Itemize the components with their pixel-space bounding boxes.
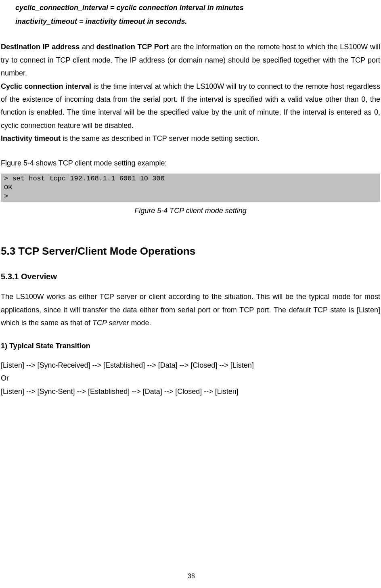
cyclic-bold: Cyclic connection interval <box>1 82 91 90</box>
inactivity-text: is the same as described in TCP server m… <box>61 134 260 142</box>
code-example-block: > set host tcpc 192.168.1.1 6001 10 300 … <box>1 174 380 202</box>
state-transition-line-1: [Listen] --> [Sync-Received] --> [Establ… <box>1 359 380 372</box>
paragraph-cyclic: Cyclic connection interval is the time i… <box>1 80 380 132</box>
overview-italic: TCP server <box>92 319 129 327</box>
state-transition-line-2: [Listen] --> [Sync-Sent] --> [Establishe… <box>1 385 380 398</box>
page-container: cyclic_connection_interval = cyclic conn… <box>0 1 381 588</box>
overview-post: mode. <box>129 319 151 327</box>
section-heading-5-3: 5.3 TCP Server/Client Mode Operations <box>1 242 380 261</box>
dest-text-and: and <box>80 43 96 51</box>
inactivity-bold: Inactivity timeout <box>1 134 61 142</box>
dest-port-bold: destination TCP Port <box>96 43 169 51</box>
figure-intro-line: Figure 5-4 shows TCP client mode setting… <box>1 157 380 169</box>
paragraph-inactivity: Inactivity timeout is the same as descri… <box>1 132 380 145</box>
state-transition-or: Or <box>1 372 380 385</box>
figure-caption: Figure 5-4 TCP client mode setting <box>1 204 380 217</box>
overview-pre: The LS100W works as either TCP server or… <box>1 293 380 327</box>
definitions-block: cyclic_connection_interval = cyclic conn… <box>1 1 380 28</box>
transition-heading: 1) Typical State Transition <box>1 339 380 352</box>
overview-paragraph: The LS100W works as either TCP server or… <box>1 290 380 329</box>
page-number: 38 <box>1 571 381 582</box>
dest-ip-bold: Destination IP address <box>1 43 80 51</box>
definition-line-2: inactivity_timeout = inactivity timeout … <box>15 15 380 28</box>
definition-line-1: cyclic_connection_interval = cyclic conn… <box>15 1 380 15</box>
paragraph-destination: Destination IP address and destination T… <box>1 40 380 80</box>
subsection-heading-5-3-1: 5.3.1 Overview <box>1 269 380 284</box>
